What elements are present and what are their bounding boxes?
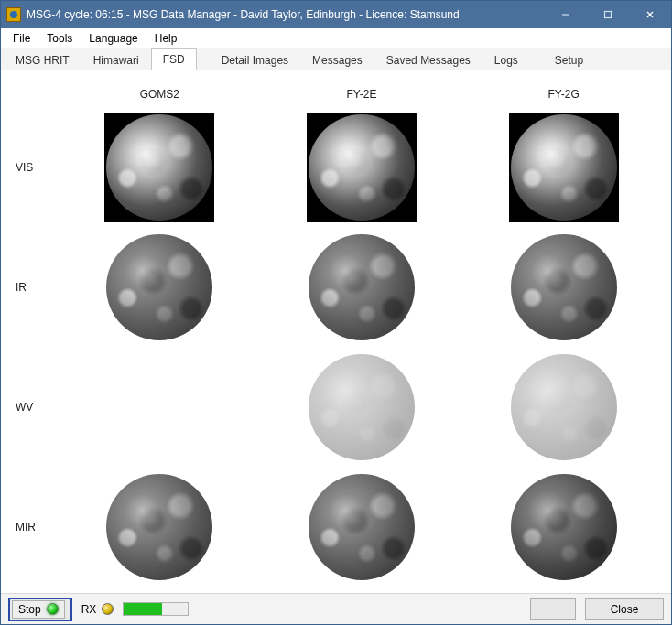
titlebar: MSG-4 cycle: 06:15 - MSG Data Manager - …	[1, 1, 671, 28]
globe-icon	[511, 114, 617, 221]
tab-logs[interactable]: Logs	[482, 49, 530, 70]
stop-button[interactable]: Stop	[12, 600, 65, 619]
globe-icon	[511, 354, 617, 460]
minimize-button[interactable]	[545, 1, 587, 28]
globe-icon	[309, 114, 415, 221]
status-bar: Stop RX Close	[1, 593, 671, 624]
thumb-vis-fy2e[interactable]	[307, 113, 417, 222]
column-header: FY-2E	[347, 88, 377, 101]
tab-himawari[interactable]: Himawari	[81, 49, 151, 70]
rx-label: RX	[81, 603, 97, 616]
stop-group: Stop	[8, 598, 72, 621]
globe-icon	[511, 234, 617, 340]
globe-icon	[106, 234, 212, 340]
menu-help[interactable]: Help	[146, 29, 186, 48]
thumb-ir-fy2g[interactable]	[509, 232, 619, 342]
column-header: GOMS2	[140, 88, 179, 101]
menu-file[interactable]: File	[5, 29, 38, 48]
thumb-vis-goms2[interactable]	[104, 113, 214, 222]
app-icon	[6, 7, 21, 22]
close-window-button[interactable]	[629, 1, 671, 28]
globe-icon	[309, 354, 415, 460]
menubar: File Tools Language Help	[1, 28, 671, 48]
row-header: MIR	[10, 521, 36, 533]
globe-icon	[309, 474, 415, 580]
row-header: VIS	[10, 161, 33, 174]
stop-button-label: Stop	[18, 603, 41, 616]
row-header: IR	[10, 281, 27, 294]
thumb-mir-goms2[interactable]	[104, 472, 214, 582]
tab-saved-messages[interactable]: Saved Messages	[374, 49, 482, 70]
thumb-wv-goms2-empty	[104, 352, 214, 462]
svg-rect-1	[605, 12, 612, 18]
rx-progress	[123, 602, 189, 616]
stop-led-icon	[47, 603, 59, 615]
globe-icon	[511, 474, 617, 580]
close-button[interactable]: Close	[585, 598, 664, 620]
content-area: GOMS2 FY-2E FY-2G VIS IR WV MIR	[1, 70, 671, 593]
tab-msg-hrit[interactable]: MSG HRIT	[4, 49, 81, 70]
rx-group: RX	[81, 603, 114, 616]
menu-tools[interactable]: Tools	[38, 29, 81, 48]
window-controls	[545, 1, 671, 28]
row-header: WV	[10, 401, 33, 414]
tab-messages[interactable]: Messages	[300, 49, 374, 70]
thumb-ir-fy2e[interactable]	[307, 232, 417, 342]
thumb-vis-fy2g[interactable]	[509, 113, 619, 222]
tab-fsd[interactable]: FSD	[151, 48, 197, 70]
globe-icon	[106, 474, 212, 580]
rx-led-icon	[102, 603, 114, 615]
window-title: MSG-4 cycle: 06:15 - MSG Data Manager - …	[27, 8, 545, 21]
thumb-mir-fy2g[interactable]	[509, 472, 619, 582]
maximize-button[interactable]	[587, 1, 629, 28]
thumb-wv-fy2e[interactable]	[307, 352, 417, 462]
blank-button[interactable]	[530, 598, 576, 620]
menu-language[interactable]: Language	[81, 29, 146, 48]
tab-setup[interactable]: Setup	[543, 49, 595, 70]
thumb-mir-fy2e[interactable]	[307, 472, 417, 582]
thumb-wv-fy2g[interactable]	[509, 352, 619, 462]
svg-point-0	[10, 11, 17, 18]
thumb-ir-goms2[interactable]	[104, 232, 214, 342]
satellite-grid: GOMS2 FY-2E FY-2G VIS IR WV MIR	[10, 83, 662, 584]
rx-progress-fill	[124, 603, 162, 615]
globe-icon	[106, 114, 212, 221]
column-header: FY-2G	[548, 88, 580, 101]
app-window: MSG-4 cycle: 06:15 - MSG Data Manager - …	[0, 0, 672, 625]
tab-detail-images[interactable]: Detail Images	[210, 49, 300, 70]
globe-icon	[309, 234, 415, 340]
tabstrip: MSG HRIT Himawari FSD Detail Images Mess…	[1, 48, 671, 70]
